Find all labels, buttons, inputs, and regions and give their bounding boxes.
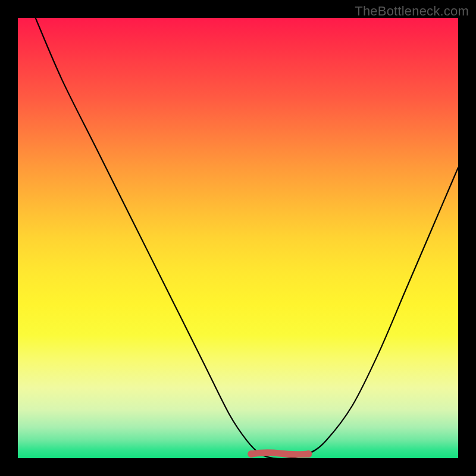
watermark-text: TheBottleneck.com [355,4,469,19]
svg-point-1 [305,450,312,458]
svg-point-0 [248,450,255,458]
plot-area [18,18,458,458]
chart-frame: TheBottleneck.com [0,0,476,476]
optimal-range-marker [18,18,458,458]
